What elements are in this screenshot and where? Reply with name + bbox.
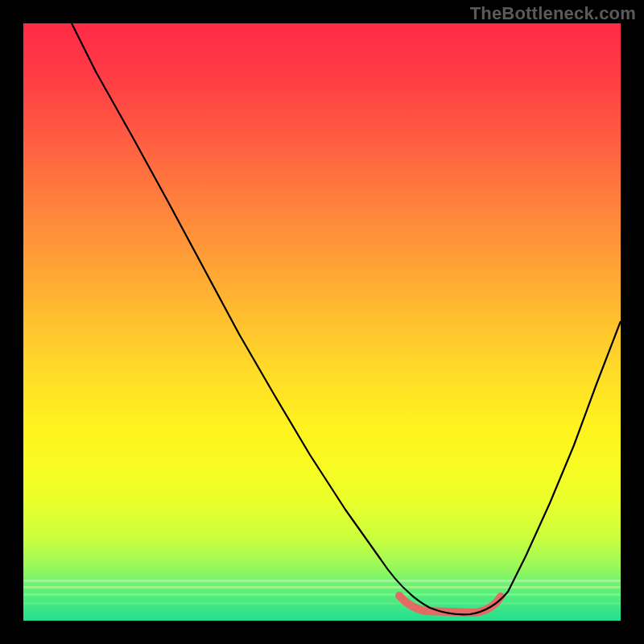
chart-frame: TheBottleneck.com xyxy=(0,0,644,644)
curve-layer xyxy=(23,23,621,621)
watermark-text: TheBottleneck.com xyxy=(470,3,636,24)
plot-area xyxy=(23,23,621,621)
bottleneck-curve xyxy=(72,23,621,614)
